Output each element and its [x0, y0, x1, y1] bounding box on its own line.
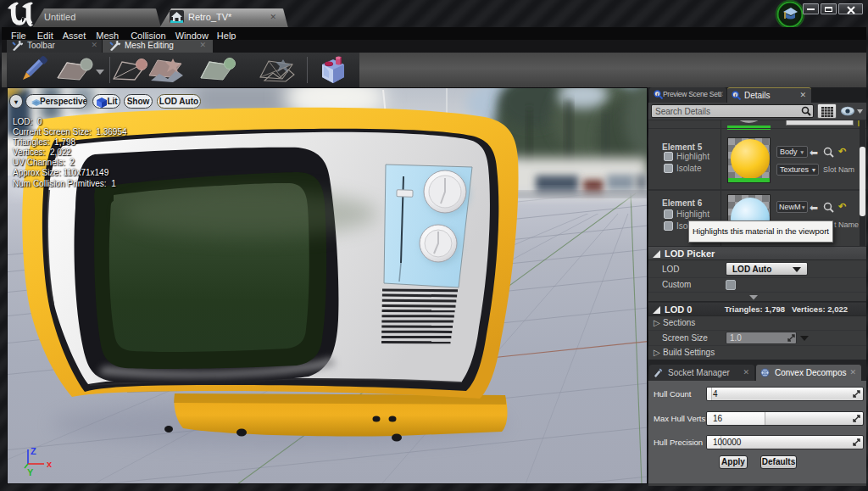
svg-text:Y: Y	[27, 467, 34, 477]
svg-text:x: x	[47, 459, 53, 469]
svg-text:Z: Z	[31, 446, 36, 456]
